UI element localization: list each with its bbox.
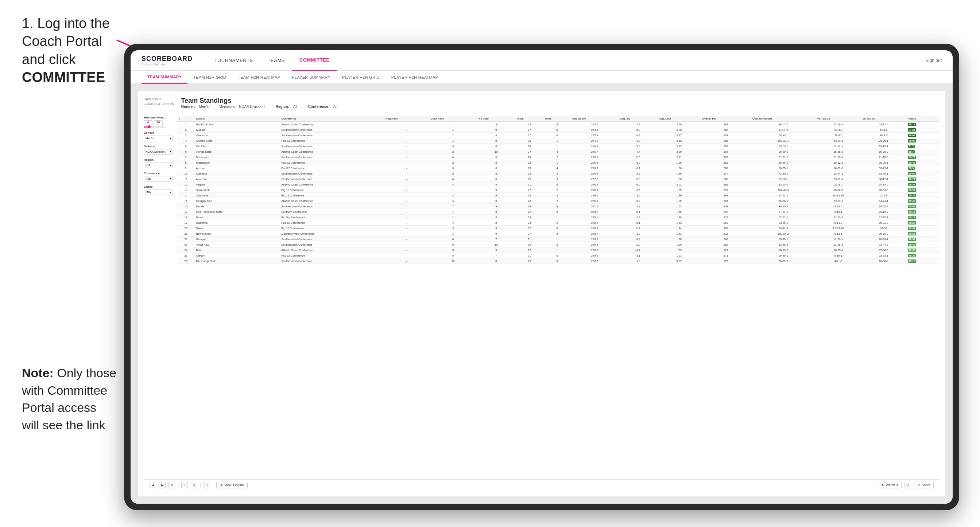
table-cell: 36-17-1 bbox=[861, 176, 906, 182]
col-conference[interactable]: Conference bbox=[280, 116, 384, 122]
col-rnds[interactable]: Rnds bbox=[515, 116, 543, 122]
table-cell: 23 bbox=[515, 165, 543, 171]
slider-thumb[interactable] bbox=[148, 125, 151, 128]
watch-button[interactable]: 👁 Watch ▾ bbox=[878, 482, 902, 488]
table-cell: 15-32-0 bbox=[816, 187, 861, 193]
table-cell: -5.1 bbox=[618, 209, 657, 215]
table-cell: 24 bbox=[515, 193, 543, 198]
share-button[interactable]: ↗ Share bbox=[914, 482, 934, 488]
min-rounds-max-input[interactable]: 30 bbox=[154, 120, 163, 125]
table-cell: 271 bbox=[701, 215, 751, 220]
table-cell: 9-12-1 bbox=[816, 231, 861, 237]
col-avg-sg[interactable]: Avg. SG bbox=[618, 116, 657, 122]
table-cell: 8-14-0 bbox=[816, 220, 861, 225]
view-original-button[interactable]: 👁 View: Original bbox=[216, 482, 248, 488]
table-cell: 43-23-1 bbox=[816, 138, 861, 144]
col-overall-record[interactable]: Overall Record bbox=[751, 116, 816, 122]
table-cell: 5 bbox=[543, 209, 571, 215]
division-select[interactable]: NCAA Division I ▾ bbox=[144, 149, 173, 154]
table-cell: 1.21 bbox=[657, 253, 701, 259]
col-points[interactable]: Points bbox=[906, 116, 940, 122]
table-cell: 288 bbox=[701, 182, 751, 187]
table-cell: 90-53-2 bbox=[751, 248, 816, 253]
sub-nav-player-h2h-heatmap[interactable]: PLAYER H2H HEATMAP bbox=[385, 71, 444, 84]
school-select[interactable]: (All) ▾ bbox=[144, 189, 173, 195]
table-cell: 6 bbox=[429, 176, 477, 182]
nav-teams[interactable]: TEAMS bbox=[261, 50, 292, 71]
table-cell: 87-21-2 bbox=[751, 209, 816, 215]
table-row: 13Texas TechBig 12 Conference–19272276.9… bbox=[177, 187, 940, 193]
gender-select[interactable]: Men's ▾ bbox=[144, 136, 173, 141]
table-cell: 5 bbox=[543, 231, 571, 237]
table-cell: Big Ten Conference bbox=[280, 215, 384, 220]
sub-nav-team-h2h-heatmap[interactable]: TEAM H2H HEATMAP bbox=[232, 71, 286, 84]
table-cell: 1.44 bbox=[657, 225, 701, 231]
table-cell: 9 bbox=[477, 231, 515, 237]
sub-nav-player-summary[interactable]: PLAYER SUMMARY bbox=[286, 71, 336, 84]
toolbar-copy-btn[interactable]: ⎘ bbox=[191, 482, 197, 488]
col-avg-low[interactable]: Avg. Low bbox=[657, 116, 701, 122]
toolbar-info-btn[interactable]: ℹ bbox=[204, 482, 210, 488]
nav-tournaments[interactable]: TOURNAMENTS bbox=[207, 50, 261, 71]
col-reg-rank[interactable]: Reg Rank bbox=[384, 116, 429, 122]
table-cell: -5.2 bbox=[618, 122, 657, 127]
table-cell: 33-38 bbox=[861, 225, 906, 231]
table-cell: 10 bbox=[429, 259, 477, 264]
table-row: 19CaliforniaPac-12 Conference–48242278.2… bbox=[177, 220, 940, 225]
table-cell: 88-17-0 bbox=[751, 122, 816, 127]
col-adj-score[interactable]: Adj. Score bbox=[571, 116, 619, 122]
table-cell: 6 bbox=[477, 154, 515, 160]
min-rounds-min-input[interactable]: 4 bbox=[144, 120, 153, 125]
sub-nav-team-summary[interactable]: TEAM SUMMARY bbox=[142, 71, 188, 84]
region-select[interactable]: N/A ▾ bbox=[144, 162, 173, 168]
table-cell: -6.2 bbox=[618, 198, 657, 204]
table-cell: 279.5 bbox=[571, 154, 619, 160]
table-cell: 23-33-1 bbox=[861, 253, 906, 259]
sub-nav-team-h2h-grid[interactable]: TEAM H2H GRID bbox=[188, 71, 232, 84]
table-cell: 26 bbox=[177, 259, 194, 264]
table-cell: Florida bbox=[194, 204, 280, 209]
table-cell: 1.55 bbox=[657, 209, 701, 215]
col-school[interactable]: School bbox=[194, 116, 280, 122]
col-no-tour[interactable]: No Tour bbox=[477, 116, 515, 122]
table-cell: 42-16-0 bbox=[816, 122, 861, 127]
standings-table: # School Conference Reg Rank Conf Rank N… bbox=[177, 116, 940, 264]
table-cell: 9 bbox=[477, 122, 515, 127]
bottom-toolbar: ◀ ▶ ↻ ☆ ⎘ ℹ 👁 View: Original 👁 Wat bbox=[144, 479, 940, 490]
col-vs-top25[interactable]: Vs Top 25 bbox=[816, 116, 861, 122]
gender-filter-group: Gender Men's ▾ bbox=[144, 131, 173, 141]
table-cell: 44-24-1 bbox=[861, 198, 906, 204]
table-cell: 1 bbox=[429, 138, 477, 144]
table-cell: – bbox=[384, 154, 429, 160]
table-cell: 6 bbox=[543, 127, 571, 133]
col-conf-rank[interactable]: Conf Rank bbox=[429, 116, 477, 122]
table-cell: Mountain West Conference bbox=[280, 231, 384, 237]
logo-sub: Powered by clippd bbox=[142, 63, 192, 66]
conference-select[interactable]: (All) ▾ bbox=[144, 176, 173, 181]
table-cell: 37-30-0 bbox=[861, 248, 906, 253]
table-cell: 117-4-0 bbox=[751, 127, 816, 133]
chevron-down-icon: ▾ bbox=[170, 190, 171, 194]
col-vs-top50[interactable]: Vs Top 50 bbox=[861, 116, 906, 122]
toolbar-bookmark-btn[interactable]: ☆ bbox=[181, 482, 188, 488]
table-cell: 2.11 bbox=[657, 154, 701, 160]
toolbar-forward-btn[interactable]: ▶ bbox=[159, 482, 165, 488]
min-rounds-slider[interactable] bbox=[144, 127, 165, 127]
table-cell: 2 bbox=[429, 193, 477, 198]
table-cell: 24 bbox=[177, 248, 194, 253]
toolbar-refresh-btn[interactable]: ↻ bbox=[169, 482, 175, 488]
sub-nav-player-h2h-grid[interactable]: PLAYER H2H GRID bbox=[336, 71, 385, 84]
toolbar-back-btn[interactable]: ◀ bbox=[150, 482, 156, 488]
table-cell: -5.0 bbox=[618, 144, 657, 149]
table-row: 22GeorgiaSoutheastern Conference–8721127… bbox=[177, 237, 940, 242]
toolbar-screenshot-btn[interactable]: ⊡ bbox=[905, 482, 911, 488]
nav-committee[interactable]: COMMITTEE bbox=[292, 50, 337, 71]
table-cell: 1 bbox=[429, 215, 477, 220]
sign-out-button[interactable]: Sign out bbox=[918, 58, 942, 63]
table-cell: 18 bbox=[515, 154, 543, 160]
col-rank[interactable]: # bbox=[177, 116, 194, 122]
table-cell: Southeastern Conference bbox=[280, 154, 384, 160]
col-overall-par[interactable]: Overall Par bbox=[701, 116, 751, 122]
table-cell: Duke bbox=[194, 248, 280, 253]
col-wins[interactable]: Wins bbox=[543, 116, 571, 122]
